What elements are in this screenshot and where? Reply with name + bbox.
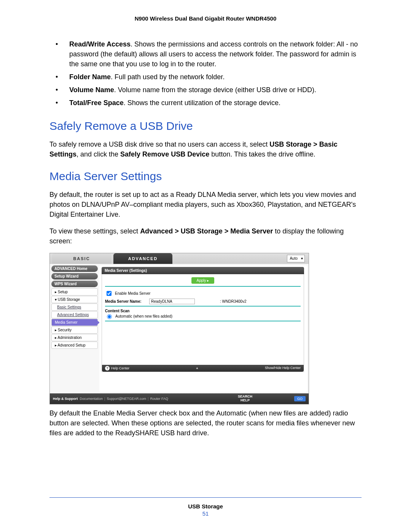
go-button[interactable]: GO — [294, 396, 306, 401]
heading-safely-remove: Safely Remove a USB Drive — [49, 120, 362, 133]
apply-button[interactable]: Apply ▸ — [191, 277, 215, 284]
tab-bar: BASIC ADVANCED Auto — [50, 253, 309, 264]
enable-media-row: Enable Media Server — [105, 290, 301, 297]
sidebar-item-setup-wizard[interactable]: Setup Wizard — [51, 273, 98, 280]
bullet-folder-name: Folder Name. Full path used by the netwo… — [49, 72, 362, 82]
help-support-label: Help & Support — [53, 397, 78, 401]
support-email-link[interactable]: Support@NETGEAR.com — [107, 397, 146, 401]
router-faq-link[interactable]: Router FAQ — [150, 397, 168, 401]
scan-option-row: Automatic (when new files added) — [105, 313, 301, 319]
page-number: 51 — [49, 510, 362, 517]
help-center-bar: ?Help Center ▲ Show/Hide Help Center — [102, 365, 304, 372]
screenshot-media-server: BASIC ADVANCED Auto ADVANCED Home Setup … — [49, 253, 362, 404]
sidebar-item-usb-storage[interactable]: ▾ USB Storage — [51, 296, 98, 303]
sidebar-item-setup[interactable]: ▸ Setup — [51, 288, 98, 296]
support-footer: Help & Support Documentation|Support@NET… — [50, 393, 309, 404]
content-scan-label: Content Scan — [105, 309, 301, 313]
main-panel: Media Server (Settings) Apply ▸ Enable M… — [99, 265, 307, 392]
scan-auto-radio[interactable] — [107, 314, 112, 319]
media-name-row: Media Server Name: : WNDR3400v2 — [105, 299, 301, 304]
sidebar-item-advanced-setup[interactable]: ▸ Advanced Setup — [51, 342, 98, 349]
tab-basic[interactable]: BASIC — [52, 253, 111, 264]
page-footer: USB Storage 51 — [49, 497, 362, 517]
search-help-label: SEARCHHELP — [238, 395, 252, 403]
para-media-3: By default the Enable Media Server check… — [49, 408, 362, 438]
sidebar-item-adv-home[interactable]: ADVANCED Home — [51, 265, 98, 272]
media-name-label: Media Server Name: — [105, 299, 147, 304]
sidebar-item-basic-settings[interactable]: Basic Settings — [51, 304, 98, 311]
sidebar-item-media-server[interactable]: Media Server — [51, 319, 98, 326]
panel-title: Media Server (Settings) — [102, 267, 304, 274]
scan-auto-label: Automatic (when new files added) — [115, 314, 172, 318]
sidebar-item-administration[interactable]: ▸ Administration — [51, 334, 98, 341]
enable-media-checkbox[interactable] — [107, 291, 112, 296]
refresh-select[interactable]: Auto — [287, 255, 305, 262]
tab-advanced[interactable]: ADVANCED — [113, 253, 172, 264]
page-content: Read/Write Access. Shows the permissions… — [0, 39, 411, 438]
bullet-list: Read/Write Access. Shows the permissions… — [49, 39, 362, 108]
help-icon: ? — [105, 366, 110, 371]
bullet-volume-name: Volume Name. Volume name from the storag… — [49, 85, 362, 95]
sidebar-item-security[interactable]: ▸ Security — [51, 326, 98, 334]
para-media-1: By default, the router is set up to act … — [49, 190, 362, 219]
doc-link[interactable]: Documentation — [80, 397, 103, 401]
sidebar-item-advanced-settings[interactable]: Advanced Settings — [51, 311, 98, 318]
enable-media-label: Enable Media Server — [115, 291, 150, 296]
help-center-link[interactable]: ?Help Center — [105, 366, 129, 371]
para-safely-remove: To safely remove a USB disk drive so tha… — [49, 139, 362, 159]
media-name-input[interactable] — [149, 299, 195, 304]
footer-section: USB Storage — [49, 503, 362, 510]
heading-media-server: Media Server Settings — [49, 170, 362, 183]
show-hide-help-link[interactable]: Show/Hide Help Center — [265, 366, 301, 371]
para-media-2: To view these settings, select Advanced … — [49, 226, 362, 246]
caret-up-icon[interactable]: ▲ — [196, 366, 199, 371]
bullet-total-free: Total/Free Space. Shows the current util… — [49, 98, 362, 108]
sidebar-item-wps-wizard[interactable]: WPS Wizard — [51, 281, 98, 287]
bullet-rw-access: Read/Write Access. Shows the permissions… — [49, 39, 362, 69]
sidebar: ADVANCED Home Setup Wizard WPS Wizard ▸ … — [50, 264, 99, 393]
document-title: N900 Wireless Dual Band Gigabit Router W… — [0, 15, 411, 22]
device-suffix: : WNDR3400v2 — [220, 299, 246, 304]
